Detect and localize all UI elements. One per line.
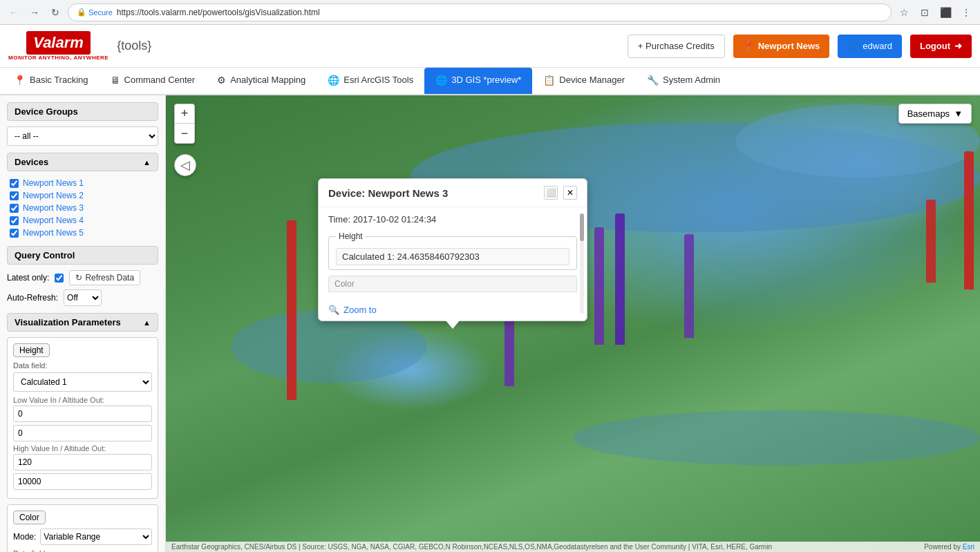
high-value-in-input[interactable] [13,454,152,470]
device-groups-label: Device Groups [15,106,78,117]
color-param-box: Color Mode: Variable Range Fixed Gradien… [7,504,158,552]
high-value-out-input[interactable] [13,473,152,490]
tab-basic-tracking-label: Basic Tracking [30,75,88,85]
map-popup: Device: Newport News 3 ⬜ ✕ Time: 2017-10… [318,178,587,321]
auto-refresh-label: Auto-Refresh: [7,293,58,303]
device-1-link[interactable]: Newport News 1 [23,178,84,188]
popup-zoom-label: Zoom to [343,305,377,315]
bar-red-1 [287,220,296,400]
viz-params-label: Visualization Parameters [15,317,121,327]
popup-tail [446,321,460,329]
bookmark-button[interactable]: ☆ [896,4,912,21]
extensions-button[interactable]: ⬛ [937,4,954,21]
device-2-checkbox[interactable] [10,191,19,200]
logout-button[interactable]: Logout ➜ [910,35,972,58]
popup-height-fieldset: Height Calculated 1: 24.46358460792303 [328,231,577,270]
compass-button[interactable]: ◁ [174,154,196,176]
color-mode-select[interactable]: Variable Range Fixed Gradient [40,529,152,545]
address-bar[interactable]: 🔒 Secure https://tools.valarm.net/powert… [68,3,892,21]
auto-refresh-row: Auto-Refresh: Off 30s 1m 5m [7,289,158,306]
low-value-in-input[interactable] [13,406,152,422]
secure-badge: 🔒 Secure [77,8,113,17]
gear-icon: ⚙ [217,75,226,86]
devices-header: Devices ▲ [7,153,158,171]
popup-color-label: Color [328,276,577,292]
popup-height-value: Calculated 1: 24.46358460792303 [336,248,569,265]
query-control-section: Query Control Latest only: ↻ Refresh Dat… [7,246,158,306]
zoom-in-button[interactable]: + [175,104,194,124]
viz-params-section: Visualization Parameters ▲ Height Data f… [7,313,158,552]
low-value-label: Low Value In / Altitude Out: [13,396,152,404]
newport-news-button[interactable]: 📍 Newport News [733,35,830,58]
devices-chevron-icon: ▲ [143,158,151,166]
edward-label: edward [863,41,892,51]
sidebar: Device Groups -- all -- Devices ▲ Newpor… [0,95,166,552]
map-area[interactable]: + − ◁ Basemaps ▼ Device: Newport News 3 … [166,95,980,552]
popup-controls: ⬜ ✕ [544,186,577,200]
popup-zoom-button[interactable]: 🔍 Zoom to [319,299,587,321]
tab-system-admin[interactable]: 🔧 System Admin [636,68,731,94]
popup-title: Device: Newport News 3 [328,187,448,199]
popup-header: Device: Newport News 3 ⬜ ✕ [319,179,587,207]
height-data-field-select[interactable]: Calculated 1 Calculated 2 Calculated 3 [13,372,152,392]
secure-label: Secure [88,8,113,17]
device-5-link[interactable]: Newport News 5 [23,228,84,238]
device-groups-select[interactable]: -- all -- [7,126,158,146]
refresh-icon: ↻ [75,273,82,283]
esri-link[interactable]: Esri [963,543,974,551]
wrench-icon: 🔧 [647,75,659,86]
latest-only-checkbox[interactable] [55,274,64,283]
high-value-label: High Value In / Altitude Out: [13,444,152,453]
height-param-box: Height Data field: Calculated 1 Calculat… [7,337,158,499]
app-header: Valarm Monitor Anything, Anywhere {tools… [0,25,980,68]
device-4-link[interactable]: Newport News 4 [23,216,84,225]
tab-device-manager-label: Device Manager [559,75,625,85]
basemaps-button[interactable]: Basemaps ▼ [898,104,972,124]
bar-red-2 [964,151,974,289]
mode-row: Mode: Variable Range Fixed Gradient [13,529,152,545]
cast-button[interactable]: ⊡ [916,4,933,21]
latest-only-label: Latest only: [7,273,49,283]
url-text: https://tools.valarm.net/powertools/gisV… [117,8,320,17]
tab-system-admin-label: System Admin [663,75,720,85]
newport-news-label: Newport News [758,41,820,51]
main-content: Device Groups -- all -- Devices ▲ Newpor… [0,95,980,552]
low-value-out-input[interactable] [13,425,152,441]
popup-scrollbar[interactable] [580,213,584,314]
device-3-checkbox[interactable] [10,204,19,213]
globe-icon-2: 🌐 [435,75,447,86]
forward-button[interactable]: → [26,4,43,21]
zoom-out-button[interactable]: − [175,124,194,143]
bar-purple-4 [684,234,694,338]
reload-button[interactable]: ↻ [47,4,64,21]
back-button[interactable]: ← [6,4,22,21]
tab-analytical-mapping[interactable]: ⚙ Analytical Mapping [206,68,317,94]
auto-refresh-select[interactable]: Off 30s 1m 5m [64,289,102,306]
list-item: Newport News 5 [7,227,158,239]
height-label: Height [13,343,50,357]
tab-basic-tracking[interactable]: 📍 Basic Tracking [3,68,100,94]
tab-3d-gis[interactable]: 🌐 3D GIS *preview* [424,68,532,94]
popup-maximize-button[interactable]: ⬜ [544,186,558,200]
popup-close-button[interactable]: ✕ [563,186,577,200]
zoom-icon: 🔍 [328,305,339,315]
device-1-checkbox[interactable] [10,179,19,188]
purchase-credits-button[interactable]: + Purchase Credits [628,35,725,58]
query-control-label: Query Control [15,250,75,260]
viz-params-header: Visualization Parameters ▲ [7,313,158,332]
popup-body: Time: 2017-10-02 01:24:34 Height Calcula… [319,207,587,299]
tab-device-manager[interactable]: 📋 Device Manager [532,68,636,94]
edward-button[interactable]: 👤 edward [838,35,902,58]
device-2-link[interactable]: Newport News 2 [23,191,84,200]
menu-button[interactable]: ⋮ [958,4,974,21]
devices-section: Devices ▲ Newport News 1 Newport News 2 … [7,153,158,239]
popup-height-legend: Height [336,231,366,241]
data-field-label: Data field: [13,361,152,370]
tab-command-center[interactable]: 🖥 Command Center [100,68,207,94]
tab-3d-gis-label: 3D GIS *preview* [451,75,521,85]
device-4-checkbox[interactable] [10,216,19,225]
device-3-link[interactable]: Newport News 3 [23,203,84,213]
tab-esri-arcgis[interactable]: 🌐 Esri ArcGIS Tools [317,68,424,94]
refresh-data-button[interactable]: ↻ Refresh Data [69,270,140,285]
device-5-checkbox[interactable] [10,229,19,238]
